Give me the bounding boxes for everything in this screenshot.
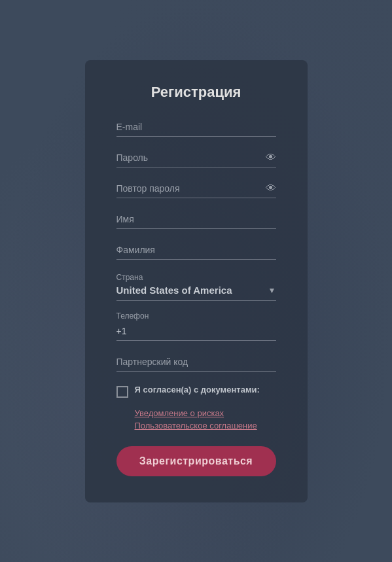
email-field-group: [116, 119, 276, 137]
password-eye-icon[interactable]: 👁: [266, 152, 276, 164]
password-field-group: 👁: [116, 150, 276, 167]
phone-label: Телефон: [116, 311, 276, 321]
phone-input[interactable]: [116, 323, 276, 341]
country-select-wrapper: United States of America Russia Germany …: [116, 285, 276, 301]
confirm-password-eye-icon[interactable]: 👁: [266, 183, 276, 194]
country-field-group: Страна United States of America Russia G…: [116, 273, 276, 301]
confirm-password-input[interactable]: [116, 181, 276, 198]
agreement-label: Я согласен(а) с документами:: [135, 385, 260, 395]
agreement-checkbox-group: Я согласен(а) с документами:: [116, 385, 276, 398]
form-title: Регистрация: [116, 84, 276, 101]
country-select[interactable]: United States of America Russia Germany …: [116, 285, 276, 296]
user-agreement-link[interactable]: Пользовательское соглашение: [135, 421, 276, 430]
last-name-input[interactable]: [116, 242, 276, 260]
email-input[interactable]: [116, 119, 276, 137]
phone-field-group: Телефон: [116, 311, 276, 341]
submit-button[interactable]: Зарегистрироваться: [116, 446, 276, 476]
first-name-field-group: [116, 211, 276, 229]
password-input[interactable]: [116, 150, 276, 167]
registration-form: Регистрация 👁 👁 Страна United States of …: [85, 60, 308, 502]
agreement-checkbox[interactable]: [116, 386, 128, 398]
partner-code-input[interactable]: [116, 354, 276, 372]
agreement-links: Уведомление о рисках Пользовательское со…: [135, 408, 276, 430]
country-label: Страна: [116, 273, 276, 282]
confirm-password-field-group: 👁: [116, 181, 276, 198]
partner-code-field-group: [116, 354, 276, 372]
last-name-field-group: [116, 242, 276, 260]
first-name-input[interactable]: [116, 211, 276, 229]
risk-notice-link[interactable]: Уведомление о рисках: [135, 408, 276, 418]
